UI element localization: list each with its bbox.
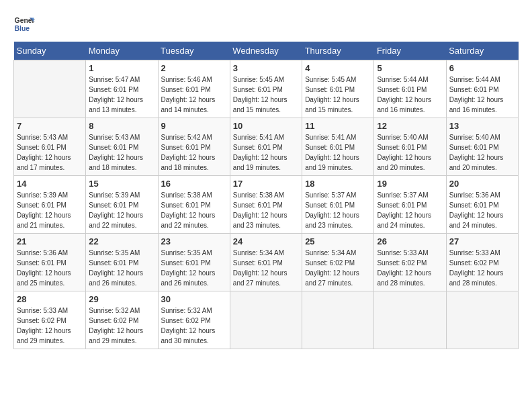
day-detail: Sunrise: 5:38 AMSunset: 6:01 PMDaylight:… [233,190,299,230]
day-number: 19 [377,179,443,189]
day-number: 15 [89,179,154,189]
day-number: 23 [161,236,227,246]
day-detail: Sunrise: 5:41 AMSunset: 6:01 PMDaylight:… [305,132,371,173]
calendar-cell [446,291,518,349]
day-number: 25 [305,236,371,246]
calendar-cell [374,291,446,349]
day-detail: Sunrise: 5:41 AMSunset: 6:01 PMDaylight:… [233,132,299,173]
weekday-header-thursday: Thursday [302,42,374,60]
calendar-cell: 28Sunrise: 5:33 AMSunset: 6:02 PMDayligh… [14,291,86,349]
day-detail: Sunrise: 5:36 AMSunset: 6:01 PMDaylight:… [449,190,515,230]
day-detail: Sunrise: 5:37 AMSunset: 6:01 PMDaylight:… [305,190,371,230]
calendar-cell [230,291,302,349]
calendar-cell: 25Sunrise: 5:34 AMSunset: 6:02 PMDayligh… [302,234,374,291]
day-detail: Sunrise: 5:34 AMSunset: 6:01 PMDaylight:… [233,248,299,288]
day-number: 12 [377,121,443,131]
logo-icon: General Blue [13,13,35,35]
day-number: 29 [89,294,154,304]
calendar-cell: 23Sunrise: 5:35 AMSunset: 6:01 PMDayligh… [158,234,230,291]
day-number: 20 [449,179,515,189]
day-number: 10 [233,121,299,131]
day-number: 14 [17,179,83,189]
day-detail: Sunrise: 5:46 AMSunset: 6:01 PMDaylight:… [161,75,227,115]
day-detail: Sunrise: 5:40 AMSunset: 6:01 PMDaylight:… [377,132,443,173]
day-detail: Sunrise: 5:47 AMSunset: 6:01 PMDaylight:… [89,75,154,115]
calendar-cell: 20Sunrise: 5:36 AMSunset: 6:01 PMDayligh… [446,176,518,234]
day-detail: Sunrise: 5:39 AMSunset: 6:01 PMDaylight:… [89,190,154,230]
day-detail: Sunrise: 5:40 AMSunset: 6:01 PMDaylight:… [449,132,515,173]
day-number: 22 [89,236,154,246]
day-number: 1 [89,63,154,73]
day-number: 26 [377,236,443,246]
day-number: 8 [89,121,154,131]
calendar-cell: 7Sunrise: 5:43 AMSunset: 6:01 PMDaylight… [14,118,86,176]
calendar-cell: 11Sunrise: 5:41 AMSunset: 6:01 PMDayligh… [302,118,374,176]
calendar-cell: 15Sunrise: 5:39 AMSunset: 6:01 PMDayligh… [86,176,158,234]
day-detail: Sunrise: 5:35 AMSunset: 6:01 PMDaylight:… [89,248,154,288]
day-number: 30 [161,294,227,304]
calendar-cell: 13Sunrise: 5:40 AMSunset: 6:01 PMDayligh… [446,118,518,176]
calendar-cell: 3Sunrise: 5:45 AMSunset: 6:01 PMDaylight… [230,60,302,118]
calendar-cell [14,60,86,118]
calendar-cell: 5Sunrise: 5:44 AMSunset: 6:01 PMDaylight… [374,60,446,118]
calendar-cell: 24Sunrise: 5:34 AMSunset: 6:01 PMDayligh… [230,234,302,291]
calendar-table: SundayMondayTuesdayWednesdayThursdayFrid… [13,42,519,349]
day-number: 17 [233,179,299,189]
day-number: 16 [161,179,227,189]
day-number: 4 [305,63,371,73]
day-detail: Sunrise: 5:43 AMSunset: 6:01 PMDaylight:… [17,132,83,173]
day-detail: Sunrise: 5:45 AMSunset: 6:01 PMDaylight:… [305,75,371,115]
page-header: General Blue [13,13,519,35]
weekday-header-monday: Monday [86,42,158,60]
weekday-header-tuesday: Tuesday [158,42,230,60]
day-detail: Sunrise: 5:33 AMSunset: 6:02 PMDaylight:… [17,306,83,346]
day-number: 5 [377,63,443,73]
calendar-cell: 21Sunrise: 5:36 AMSunset: 6:01 PMDayligh… [14,234,86,291]
day-number: 2 [161,63,227,73]
calendar-cell: 16Sunrise: 5:38 AMSunset: 6:01 PMDayligh… [158,176,230,234]
day-number: 9 [161,121,227,131]
weekday-header-wednesday: Wednesday [230,42,302,60]
day-detail: Sunrise: 5:39 AMSunset: 6:01 PMDaylight:… [17,190,83,230]
calendar-cell: 17Sunrise: 5:38 AMSunset: 6:01 PMDayligh… [230,176,302,234]
calendar-cell: 18Sunrise: 5:37 AMSunset: 6:01 PMDayligh… [302,176,374,234]
day-number: 7 [17,121,83,131]
day-number: 3 [233,63,299,73]
calendar-cell: 10Sunrise: 5:41 AMSunset: 6:01 PMDayligh… [230,118,302,176]
day-detail: Sunrise: 5:44 AMSunset: 6:01 PMDaylight:… [377,75,443,115]
day-detail: Sunrise: 5:44 AMSunset: 6:01 PMDaylight:… [449,75,515,115]
calendar-cell: 1Sunrise: 5:47 AMSunset: 6:01 PMDaylight… [86,60,158,118]
calendar-cell: 14Sunrise: 5:39 AMSunset: 6:01 PMDayligh… [14,176,86,234]
calendar-cell: 26Sunrise: 5:33 AMSunset: 6:02 PMDayligh… [374,234,446,291]
day-number: 24 [233,236,299,246]
day-detail: Sunrise: 5:36 AMSunset: 6:01 PMDaylight:… [17,248,83,288]
day-number: 13 [449,121,515,131]
day-detail: Sunrise: 5:33 AMSunset: 6:02 PMDaylight:… [449,248,515,288]
calendar-cell: 6Sunrise: 5:44 AMSunset: 6:01 PMDaylight… [446,60,518,118]
calendar-cell: 30Sunrise: 5:32 AMSunset: 6:02 PMDayligh… [158,291,230,349]
calendar-cell: 4Sunrise: 5:45 AMSunset: 6:01 PMDaylight… [302,60,374,118]
calendar-cell: 27Sunrise: 5:33 AMSunset: 6:02 PMDayligh… [446,234,518,291]
day-detail: Sunrise: 5:32 AMSunset: 6:02 PMDaylight:… [89,306,154,346]
calendar-cell: 29Sunrise: 5:32 AMSunset: 6:02 PMDayligh… [86,291,158,349]
calendar-cell: 8Sunrise: 5:43 AMSunset: 6:01 PMDaylight… [86,118,158,176]
day-detail: Sunrise: 5:37 AMSunset: 6:01 PMDaylight:… [377,190,443,230]
day-detail: Sunrise: 5:38 AMSunset: 6:01 PMDaylight:… [161,190,227,230]
day-number: 28 [17,294,83,304]
day-detail: Sunrise: 5:42 AMSunset: 6:01 PMDaylight:… [161,132,227,173]
calendar-cell: 19Sunrise: 5:37 AMSunset: 6:01 PMDayligh… [374,176,446,234]
day-detail: Sunrise: 5:33 AMSunset: 6:02 PMDaylight:… [377,248,443,288]
calendar-cell: 12Sunrise: 5:40 AMSunset: 6:01 PMDayligh… [374,118,446,176]
weekday-header-sunday: Sunday [14,42,86,60]
day-detail: Sunrise: 5:43 AMSunset: 6:01 PMDaylight:… [89,132,154,173]
svg-text:Blue: Blue [15,25,30,32]
day-number: 27 [449,236,515,246]
logo: General Blue [13,13,35,35]
weekday-header-saturday: Saturday [446,42,518,60]
day-number: 21 [17,236,83,246]
day-number: 6 [449,63,515,73]
day-detail: Sunrise: 5:45 AMSunset: 6:01 PMDaylight:… [233,75,299,115]
calendar-cell: 9Sunrise: 5:42 AMSunset: 6:01 PMDaylight… [158,118,230,176]
calendar-cell: 22Sunrise: 5:35 AMSunset: 6:01 PMDayligh… [86,234,158,291]
day-number: 18 [305,179,371,189]
